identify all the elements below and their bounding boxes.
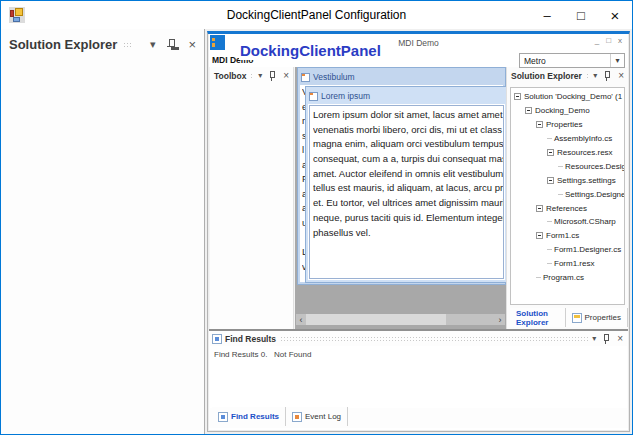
lorem-ipsum-body: Lorem ipsum dolor sit amet, lacus amet a… bbox=[308, 104, 505, 280]
tree-item[interactable]: Program.cs bbox=[511, 271, 624, 285]
collapse-icon[interactable] bbox=[514, 93, 521, 100]
document-icon bbox=[301, 73, 310, 82]
tree-item[interactable]: Form1.cs bbox=[511, 229, 624, 243]
tree-item[interactable]: Docking_Demo bbox=[511, 104, 624, 118]
lorem-ipsum-window[interactable]: Lorem ipsum Lorem ipsum dolor sit amet, … bbox=[305, 86, 506, 283]
close-button[interactable]: × bbox=[598, 1, 632, 29]
close-icon[interactable]: × bbox=[188, 38, 196, 51]
tree-item[interactable]: Resources.resx bbox=[511, 146, 624, 160]
document-icon bbox=[309, 92, 318, 101]
collapse-icon[interactable] bbox=[547, 149, 554, 156]
toolbox-title: Toolbox bbox=[214, 71, 246, 81]
left-solution-explorer-panel: Solution Explorer ▾ × bbox=[1, 29, 205, 434]
find-results-header[interactable]: Find Results ▾ × bbox=[209, 331, 628, 346]
tree-item[interactable]: Resources.Designer.cs bbox=[511, 159, 624, 173]
scroll-left-icon[interactable]: ‹ bbox=[296, 314, 306, 325]
tab-find-results[interactable]: Find Results bbox=[212, 407, 286, 426]
combobox-dropdown-button[interactable]: ▾ bbox=[610, 54, 624, 67]
lorem-ipsum-title: Lorem ipsum bbox=[321, 91, 370, 101]
find-results-body: Find Results 0. Not Found bbox=[210, 346, 627, 408]
find-results-tab-icon bbox=[218, 412, 228, 422]
grip-handle[interactable] bbox=[280, 336, 588, 341]
tree-item[interactable]: Settings.settings bbox=[511, 173, 624, 187]
tree-item[interactable]: AssemblyInfo.cs bbox=[511, 132, 624, 146]
left-panel-header-icons: ▾ × bbox=[150, 38, 196, 51]
solution-explorer-title: Solution Explorer bbox=[511, 71, 582, 81]
mdi-maximize-icon[interactable]: □ bbox=[606, 36, 611, 45]
solution-tree: Solution 'Docking_Demo' (1 project) Dock… bbox=[510, 87, 625, 305]
window-controls: – □ × bbox=[530, 1, 632, 29]
find-results-panel: Find Results ▾ × Find Results 0. Not Fou… bbox=[209, 331, 628, 428]
collapse-icon[interactable] bbox=[536, 121, 543, 128]
properties-icon bbox=[572, 313, 582, 323]
toolbox-header[interactable]: Toolbox ▾ × bbox=[210, 67, 293, 84]
chevron-down-icon[interactable]: ▾ bbox=[593, 72, 597, 80]
scroll-right-icon[interactable]: › bbox=[495, 314, 505, 325]
vestibulum-header[interactable]: Vestibulum bbox=[300, 70, 503, 84]
tab-properties[interactable]: Properties bbox=[566, 308, 628, 327]
lorem-ipsum-header[interactable]: Lorem ipsum bbox=[308, 89, 505, 103]
right-dock-tabs: Solution Explorer Properties bbox=[507, 308, 628, 327]
pin-icon[interactable] bbox=[269, 71, 276, 81]
theme-combobox[interactable]: Metro ▾ bbox=[519, 53, 625, 68]
tree-item[interactable]: References bbox=[511, 201, 624, 215]
left-panel-title: Solution Explorer bbox=[9, 37, 117, 52]
grip-handle[interactable] bbox=[123, 42, 133, 47]
app-icon bbox=[9, 7, 25, 23]
tree-item[interactable]: Microsoft.CSharp bbox=[511, 215, 624, 229]
solution-explorer-panel: Solution Explorer ▾ × Solution 'Docking_… bbox=[506, 67, 628, 329]
app-window: DockingClientPanel Configuration – □ × S… bbox=[0, 0, 633, 435]
mdi-close-icon[interactable]: x bbox=[618, 36, 622, 45]
close-icon[interactable]: × bbox=[617, 334, 623, 344]
lorem-ipsum-textbox[interactable]: Lorem ipsum dolor sit amet, lacus amet a… bbox=[309, 105, 504, 279]
tab-event-log[interactable]: Event Log bbox=[286, 407, 348, 426]
chevron-down-icon[interactable]: ▾ bbox=[592, 335, 596, 343]
collapse-icon[interactable] bbox=[536, 205, 543, 212]
tree-item[interactable]: Solution 'Docking_Demo' (1 project) bbox=[511, 90, 624, 104]
vestibulum-title: Vestibulum bbox=[313, 72, 355, 82]
find-results-title: Find Results bbox=[225, 334, 276, 344]
event-log-icon bbox=[292, 412, 302, 422]
scrollbar-thumb[interactable] bbox=[306, 314, 446, 325]
mdi-window-controls: _ □ x bbox=[595, 36, 622, 45]
mdi-window: MDI Demo _ □ x MDI Demo DockingClientPan… bbox=[207, 31, 630, 432]
close-icon[interactable]: × bbox=[283, 71, 289, 81]
pin-icon[interactable] bbox=[603, 334, 610, 344]
dock-layout: Toolbox ▾ × bbox=[209, 67, 628, 329]
chevron-down-icon[interactable]: ▾ bbox=[258, 72, 262, 80]
maximize-button[interactable]: □ bbox=[564, 1, 598, 29]
tree-item[interactable]: Form1.Designer.cs bbox=[511, 243, 624, 257]
minimize-button[interactable]: – bbox=[530, 1, 564, 29]
title-bar: DockingClientPanel Configuration – □ × bbox=[1, 1, 632, 29]
bottom-dock-tabs: Find Results Event Log bbox=[209, 407, 348, 426]
collapse-icon[interactable] bbox=[536, 232, 543, 239]
grip-handle[interactable] bbox=[250, 73, 254, 78]
pin-icon[interactable] bbox=[604, 71, 611, 81]
theme-combobox-value: Metro bbox=[520, 56, 610, 66]
brand-label: DockingClientPanel bbox=[239, 42, 385, 60]
left-panel-header[interactable]: Solution Explorer ▾ × bbox=[1, 29, 204, 59]
app-icon-blue-square bbox=[13, 17, 20, 22]
app-icon-yellow-square bbox=[15, 8, 23, 16]
pin-icon[interactable] bbox=[167, 38, 176, 51]
mdi-client-area: Vestibulum V e r s l a F a bbox=[295, 67, 506, 329]
tree-item[interactable]: Settings.Designer.cs bbox=[511, 187, 624, 201]
chevron-down-icon[interactable]: ▾ bbox=[150, 39, 156, 50]
tree-item[interactable]: Form1.resx bbox=[511, 257, 624, 271]
find-results-status: Find Results 0. Not Found bbox=[210, 346, 627, 359]
toolbox-panel: Toolbox ▾ × bbox=[210, 67, 294, 329]
tab-solution-explorer[interactable]: Solution Explorer bbox=[510, 308, 566, 327]
collapse-icon[interactable] bbox=[547, 177, 554, 184]
tree-item[interactable]: Properties bbox=[511, 118, 624, 132]
collapse-icon[interactable] bbox=[525, 107, 532, 114]
mdi-minimize-icon[interactable]: _ bbox=[595, 36, 599, 45]
grip-handle[interactable] bbox=[586, 73, 589, 78]
solution-explorer-header[interactable]: Solution Explorer ▾ × bbox=[507, 67, 628, 84]
app-icon-red-square bbox=[10, 10, 14, 17]
close-icon[interactable]: × bbox=[618, 71, 624, 81]
horizontal-scrollbar[interactable]: ‹ › bbox=[296, 314, 505, 325]
find-results-icon bbox=[212, 334, 222, 344]
